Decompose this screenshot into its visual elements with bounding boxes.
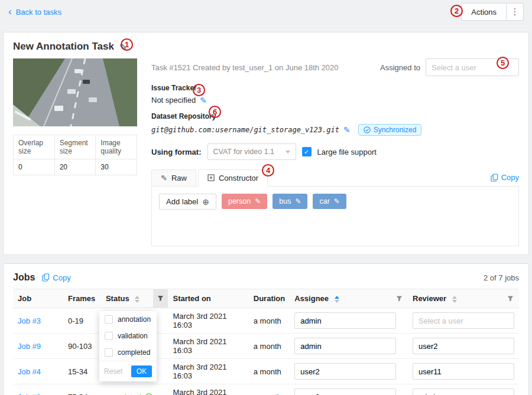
labels-copy-link[interactable]: Copy xyxy=(491,173,519,182)
param-value-quality: 30 xyxy=(96,159,137,175)
edit-label-icon[interactable]: ✎ xyxy=(295,198,301,205)
tab-constructor[interactable]: Constructor xyxy=(198,169,268,187)
assigned-to-label: Assigned to xyxy=(380,63,420,72)
callout-4: 4 xyxy=(262,164,274,177)
status-filter-button[interactable] xyxy=(153,289,168,308)
add-label-button[interactable]: Add label ⊕ xyxy=(159,194,216,210)
actions-menu-button[interactable]: ⋮ xyxy=(506,3,524,21)
edit-issue-tracker-icon[interactable]: ✎ xyxy=(200,96,207,105)
edit-label-icon[interactable]: ✎ xyxy=(255,198,261,205)
actions-label: Actions xyxy=(471,8,497,17)
started-cell: March 3rd 2021 16:03 xyxy=(173,388,226,395)
filter-option-validation[interactable]: validation xyxy=(99,328,157,344)
dataset-repository-value-row: git@github.com:username/git_storage_v123… xyxy=(151,124,519,136)
column-reviewer: Reviewer xyxy=(408,289,519,308)
column-started: Started on xyxy=(168,289,248,308)
status-cell: completed xyxy=(106,393,153,395)
filter-reset-button[interactable]: Reset xyxy=(104,367,122,376)
page-title: New Annotation Task xyxy=(13,41,114,53)
check-circle-icon xyxy=(145,393,153,395)
reviewer-select[interactable] xyxy=(413,363,514,380)
filter-option-completed[interactable]: completed xyxy=(99,344,157,361)
jobs-copy-link[interactable]: Copy xyxy=(42,273,70,282)
duration-cell: a month xyxy=(254,342,281,351)
assignee-filter-button[interactable] xyxy=(396,295,403,302)
column-status: Status xyxy=(101,289,168,308)
sync-status-text: Synchronized xyxy=(374,126,417,134)
table-row: Job #9 90-103 March 3rd 2021 16:03 a mon… xyxy=(13,334,519,359)
started-cell: March 3rd 2021 16:03 xyxy=(173,312,226,329)
task-preview-image xyxy=(13,58,137,126)
column-duration: Duration xyxy=(249,289,290,308)
job-link[interactable]: Job #4 xyxy=(18,367,41,376)
sync-status-badge: Synchronized xyxy=(358,124,422,136)
jobs-title: Jobs xyxy=(13,272,35,283)
using-format-label: Using format: xyxy=(151,148,202,156)
reviewer-select[interactable] xyxy=(413,389,514,395)
started-cell: March 3rd 2021 16:03 xyxy=(173,337,226,355)
status-sort-button[interactable] xyxy=(135,296,140,303)
label-pill-car[interactable]: car ✎ xyxy=(313,194,346,209)
tab-raw[interactable]: ✎ Raw xyxy=(151,169,196,187)
frames-cell: 75-94 xyxy=(68,393,87,395)
checkbox-unchecked[interactable] xyxy=(105,332,113,340)
label-pill-person[interactable]: person ✎ xyxy=(222,194,267,209)
filter-dropdown-footer: Reset OK xyxy=(99,361,157,381)
task-right-column: Task #1521 Created by test_user_1 on Jun… xyxy=(151,58,519,246)
task-meta-text: Task #1521 Created by test_user_1 on Jun… xyxy=(151,63,339,72)
column-reviewer-label: Reviewer xyxy=(413,294,446,303)
copy-icon xyxy=(42,273,50,282)
back-to-tasks-link[interactable]: ‹ Back to tasks xyxy=(8,7,61,17)
jobs-table: Job Frames Status Started on Duration xyxy=(13,289,519,395)
reviewer-sort-button[interactable] xyxy=(452,296,457,303)
constructor-icon xyxy=(207,174,215,182)
callout-2: 2 xyxy=(450,5,463,17)
job-link[interactable]: Job #8 xyxy=(18,393,41,395)
job-link[interactable]: Job #9 xyxy=(18,342,41,351)
actions-button[interactable]: Actions xyxy=(461,3,507,21)
issue-tracker-value: Not specified xyxy=(151,96,196,105)
filter-option-annotation[interactable]: annotation xyxy=(99,311,157,328)
job-link[interactable]: Job #3 xyxy=(18,316,41,325)
reviewer-select[interactable] xyxy=(413,338,514,354)
plus-circle-icon: ⊕ xyxy=(202,198,209,206)
task-card: New Annotation Task ✎ xyxy=(3,32,529,255)
task-left-column: Overlap size Segment size Image quality … xyxy=(13,58,137,246)
large-file-support-checkbox[interactable]: ✓ xyxy=(302,147,312,156)
frames-cell: 15-34 xyxy=(68,367,87,376)
callout-6: 6 xyxy=(209,106,221,118)
reviewer-select[interactable] xyxy=(413,312,514,329)
param-header-segment: Segment size xyxy=(54,135,96,159)
assignee-select[interactable] xyxy=(294,338,396,354)
callout-5: 5 xyxy=(497,57,509,69)
assignee-sort-button[interactable] xyxy=(335,296,339,303)
edit-repository-icon[interactable]: ✎ xyxy=(343,126,351,134)
edit-label-icon[interactable]: ✎ xyxy=(334,198,340,205)
assignee-select[interactable] xyxy=(294,312,396,329)
jobs-header: Jobs Copy 2 of 7 jobs xyxy=(13,272,519,283)
duration-cell: a month xyxy=(254,393,281,395)
filter-ok-button[interactable]: OK xyxy=(131,365,152,377)
tab-constructor-label: Constructor xyxy=(219,174,258,182)
checkbox-unchecked[interactable] xyxy=(105,348,113,357)
reviewer-filter-button[interactable] xyxy=(507,295,514,302)
assignee-select[interactable] xyxy=(294,363,396,380)
dataset-repository-url[interactable]: git@github.com:username/git_storage_v123… xyxy=(151,126,339,134)
column-duration-label: Duration xyxy=(254,294,285,303)
label-pill-bus[interactable]: bus ✎ xyxy=(273,194,307,209)
param-value-overlap: 0 xyxy=(14,159,55,175)
assignee-select[interactable] xyxy=(294,389,396,395)
funnel-icon xyxy=(157,295,164,302)
checkbox-unchecked[interactable] xyxy=(105,315,113,324)
jobs-count: 2 of 7 jobs xyxy=(484,273,519,282)
format-selected-value: CVAT for video 1.1 xyxy=(213,148,275,156)
labels-copy-label: Copy xyxy=(501,173,519,182)
labels-tabs: ✎ Raw Constructor Copy xyxy=(151,169,519,186)
param-value-segment: 20 xyxy=(54,159,96,175)
column-job: Job xyxy=(13,289,63,308)
tab-raw-label: Raw xyxy=(171,174,187,182)
pencil-icon: ✎ xyxy=(161,174,167,182)
table-row: Job #3 0-19 March 3rd 2021 16:03 a month xyxy=(13,308,519,334)
format-select[interactable]: CVAT for video 1.1 xyxy=(207,143,296,160)
column-assignee-label: Assignee xyxy=(294,294,329,303)
